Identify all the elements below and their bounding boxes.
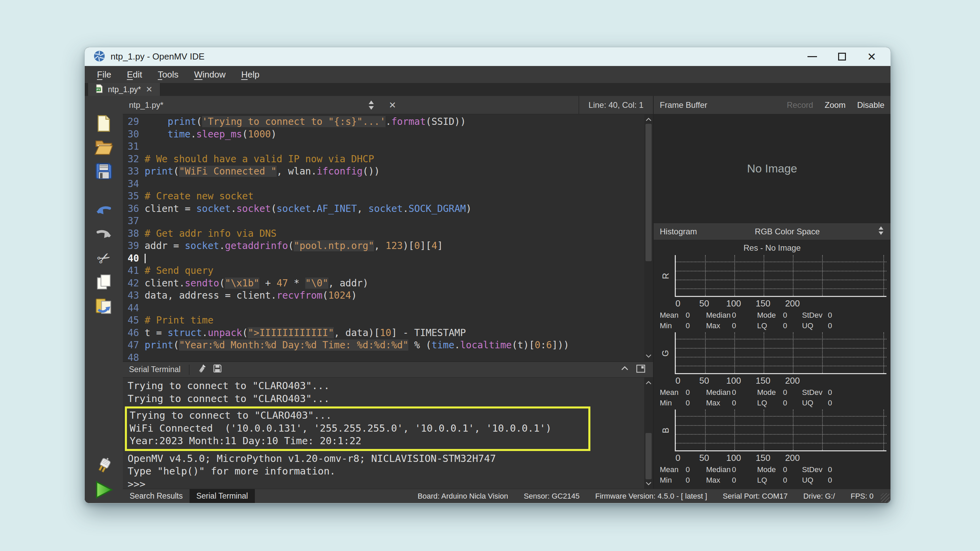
- color-space-spinner-icon[interactable]: [878, 226, 885, 237]
- code-text: addr = socket.getaddrinfo("pool.ntp.org"…: [145, 240, 443, 252]
- code-line[interactable]: 36client = socket.socket(socket.AF_INET,…: [123, 203, 644, 215]
- code-line[interactable]: 44: [123, 302, 644, 314]
- copy-icon[interactable]: [94, 272, 114, 292]
- scroll-down-icon[interactable]: [646, 479, 652, 488]
- tab-close-icon[interactable]: ✕: [146, 85, 153, 94]
- redo-icon[interactable]: [94, 224, 114, 244]
- connect-board-icon[interactable]: [94, 456, 114, 476]
- editor-scrollbar[interactable]: [644, 114, 653, 361]
- stat-uq: UQ0: [802, 476, 886, 485]
- resize-grip[interactable]: [881, 493, 889, 502]
- code-line[interactable]: 47print("Year:%d Month:%d Day:%d Time: %…: [123, 339, 644, 352]
- tab-ntp-1-py[interactable]: PY ntp_1.py* ✕: [88, 83, 160, 96]
- code-line[interactable]: 39addr = socket.getaddrinfo("pool.ntp.or…: [123, 240, 644, 252]
- left-toolbar: ✂: [85, 96, 123, 503]
- stat-max: Max0: [706, 399, 752, 408]
- status-tab-serial-terminal[interactable]: Serial Terminal: [189, 489, 255, 503]
- save-log-icon[interactable]: [213, 364, 222, 375]
- stat-min: Min0: [660, 399, 701, 408]
- code-line[interactable]: 38# Get addr info via DNS: [123, 227, 644, 240]
- scroll-up-icon[interactable]: [646, 115, 652, 124]
- x-tick-label: 100: [726, 375, 741, 386]
- detach-window-icon[interactable]: [636, 364, 646, 375]
- paste-icon[interactable]: [94, 296, 114, 316]
- color-space-selector[interactable]: RGB Color Space: [755, 227, 820, 237]
- terminal-line: >>>: [127, 478, 644, 489]
- code-line[interactable]: 40: [123, 252, 644, 265]
- frame-buffer-view: No Image: [654, 114, 891, 223]
- histogram-panel: Res - No Image R 050100150200 Mean0Media…: [654, 240, 891, 489]
- menu-edit[interactable]: Edit: [127, 69, 142, 80]
- text-caret: [145, 254, 146, 263]
- line-number: 29: [123, 116, 145, 128]
- code-line[interactable]: 32# We should have a valid IP now via DH…: [123, 153, 644, 166]
- zoom-button[interactable]: Zoom: [825, 100, 846, 110]
- channel-plot: [675, 410, 886, 451]
- menu-help[interactable]: Help: [241, 69, 259, 80]
- code-line[interactable]: 34: [123, 178, 644, 191]
- line-number: 39: [123, 240, 145, 252]
- status-item: Firmware Version: 4.5.0 - [ latest ]: [595, 492, 707, 501]
- right-panel: Frame Buffer Record Zoom Disable No Imag…: [654, 96, 891, 489]
- menu-window[interactable]: Window: [194, 69, 225, 80]
- scroll-down-icon[interactable]: [646, 352, 652, 360]
- scrollbar-thumb[interactable]: [646, 433, 652, 479]
- undo-icon[interactable]: [94, 201, 114, 221]
- code-line[interactable]: 41# Send query: [123, 265, 644, 277]
- code-line[interactable]: 43data, address = client.recvfrom(1024): [123, 289, 644, 302]
- close-button[interactable]: ✕: [867, 51, 876, 62]
- disable-button[interactable]: Disable: [857, 100, 885, 110]
- status-item: Serial Port: COM17: [723, 492, 788, 501]
- channel-axis-label: B: [656, 410, 675, 451]
- status-tab-search-results[interactable]: Search Results: [123, 489, 189, 503]
- terminal-line: WiFi Connected ('10.0.0.131', '255.255.2…: [130, 422, 585, 435]
- menu-tools[interactable]: Tools: [158, 69, 179, 80]
- clear-terminal-icon[interactable]: [198, 364, 208, 376]
- code-line[interactable]: 33print("WiFi Connected ", wlan.ifconfig…: [123, 165, 644, 178]
- serial-terminal-output[interactable]: Trying to connect to "CLARO403"...Trying…: [123, 378, 653, 489]
- save-icon[interactable]: [94, 161, 114, 181]
- code-editor[interactable]: 29 print('Trying to connect to "{:s}"...…: [123, 114, 644, 361]
- stat-mode: Mode0: [757, 311, 797, 320]
- file-tab-bar: PY ntp_1.py* ✕: [85, 83, 891, 96]
- open-folder-icon[interactable]: [94, 137, 114, 157]
- run-script-icon[interactable]: [94, 480, 114, 500]
- code-line[interactable]: 48: [123, 352, 644, 362]
- code-line[interactable]: 30 time.sleep_ms(1000): [123, 128, 644, 141]
- line-number: 46: [123, 327, 145, 340]
- code-line[interactable]: 46t = struct.unpack(">IIIIIIIIIIII", dat…: [123, 327, 644, 340]
- scrollbar-thumb[interactable]: [646, 124, 652, 261]
- line-number: 37: [123, 215, 145, 227]
- line-number: 45: [123, 314, 145, 327]
- document-selector-spinner-icon[interactable]: [368, 100, 375, 110]
- code-text: client.sendto("\x1b" + 47 * "\0", addr): [145, 277, 369, 290]
- line-number: 48: [123, 352, 145, 362]
- menu-file[interactable]: File: [97, 69, 111, 80]
- stat-lq: LQ0: [757, 399, 797, 408]
- stat-stdev: StDev0: [802, 465, 886, 474]
- minimize-button[interactable]: [808, 56, 817, 57]
- line-number: 31: [123, 140, 145, 153]
- code-line[interactable]: 35# Create new socket: [123, 190, 644, 203]
- new-file-icon[interactable]: [94, 114, 114, 133]
- line-number: 44: [123, 302, 145, 314]
- code-line[interactable]: 31: [123, 140, 644, 153]
- record-button[interactable]: Record: [787, 100, 813, 110]
- collapse-terminal-icon[interactable]: [620, 364, 629, 375]
- stat-lq: LQ0: [757, 321, 797, 330]
- cut-icon[interactable]: ✂: [94, 248, 114, 268]
- scroll-up-icon[interactable]: [646, 378, 652, 387]
- window-title: ntp_1.py - OpenMV IDE: [111, 51, 205, 62]
- stat-min: Min0: [660, 321, 701, 330]
- code-line[interactable]: 37: [123, 215, 644, 227]
- terminal-scrollbar[interactable]: [644, 378, 653, 489]
- document-selector[interactable]: ntp_1.py*: [129, 100, 163, 110]
- code-line[interactable]: 42client.sendto("\x1b" + 47 * "\0", addr…: [123, 277, 644, 290]
- code-line[interactable]: 45# Print time: [123, 314, 644, 327]
- terminal-line: Trying to connect to "CLARO403"...: [130, 409, 585, 422]
- line-number: 35: [123, 190, 145, 203]
- line-number: 34: [123, 178, 145, 191]
- document-close-icon[interactable]: ✕: [388, 100, 396, 110]
- code-line[interactable]: 29 print('Trying to connect to "{:s}"...…: [123, 116, 644, 128]
- maximize-button[interactable]: [838, 53, 846, 60]
